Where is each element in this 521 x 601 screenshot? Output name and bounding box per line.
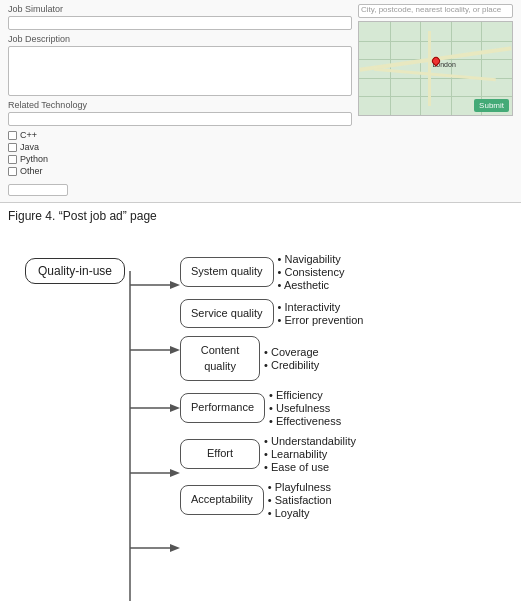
tech-row: Related Technology (8, 100, 352, 126)
child-row-acceptability: Acceptability Playfulness Satisfaction L… (180, 481, 363, 519)
form-input-simulator[interactable] (8, 16, 352, 30)
bullet-playfulness: Playfulness (268, 481, 332, 493)
checkbox-label-python: Python (20, 154, 48, 164)
checkbox-python[interactable] (8, 155, 17, 164)
form-label-desc: Job Description (8, 34, 352, 44)
child-node-effort: Effort (180, 439, 260, 468)
form-input-desc[interactable] (8, 46, 352, 96)
arrow-1 (170, 281, 180, 289)
root-node: Quality-in-use (25, 258, 125, 284)
arrow-3 (170, 404, 180, 412)
form-input-bottom[interactable] (8, 184, 68, 196)
bullet-loyalty: Loyalty (268, 507, 332, 519)
child-node-performance: Performance (180, 393, 265, 422)
bullet-efficiency: Efficiency (269, 389, 341, 401)
map-mock: London Submit (358, 21, 513, 116)
checkbox-java[interactable] (8, 143, 17, 152)
bullet-error-prevention: Error prevention (278, 314, 364, 326)
checkbox-row-other: Other (8, 166, 352, 176)
form-row-desc: Job Description (8, 34, 352, 96)
right-rows: System quality Navigability Consistency … (180, 253, 363, 519)
child-node-system-quality: System quality (180, 257, 274, 286)
bullet-ease-of-use: Ease of use (264, 461, 356, 473)
bullet-interactivity: Interactivity (278, 301, 364, 313)
bullet-effectiveness: Effectiveness (269, 415, 341, 427)
bullet-consistency: Consistency (278, 266, 345, 278)
map-submit-button[interactable]: Submit (474, 99, 509, 112)
checkbox-label-cpp: C++ (20, 130, 37, 140)
form-label-tech: Related Technology (8, 100, 352, 110)
bullet-navigability: Navigability (278, 253, 345, 265)
form-row-title: Job Simulator (8, 4, 352, 30)
child-row-performance: Performance Efficiency Usefulness Effect… (180, 389, 363, 427)
child-node-service-quality: Service quality (180, 299, 274, 328)
tech-select[interactable] (8, 112, 352, 126)
connector-svg (125, 253, 180, 601)
bullet-learnability: Learnability (264, 448, 356, 460)
screenshot-area: Job Simulator Job Description Related Te… (0, 0, 521, 203)
bullet-usefulness: Usefulness (269, 402, 341, 414)
bullet-satisfaction: Satisfaction (268, 494, 332, 506)
checkbox-cpp[interactable] (8, 131, 17, 140)
bullet-list-content-quality: Coverage Credibility (264, 346, 319, 371)
child-row-effort: Effort Understandability Learnability Ea… (180, 435, 363, 473)
bullet-list-system-quality: Navigability Consistency Aesthetic (278, 253, 345, 291)
bullet-list-acceptability: Playfulness Satisfaction Loyalty (268, 481, 332, 519)
arrow-2 (170, 346, 180, 354)
checkbox-other[interactable] (8, 167, 17, 176)
child-node-acceptability: Acceptability (180, 485, 264, 514)
checkboxes-area: C++ Java Python Other (8, 130, 352, 176)
figure-caption: Figure 4. “Post job ad” page (0, 203, 521, 233)
child-row-content-quality: Content quality Coverage Credibility (180, 336, 363, 381)
figure-caption-text: igure 4. “Post job ad” page (15, 209, 156, 223)
checkbox-label-java: Java (20, 142, 39, 152)
checkbox-row-cpp: C++ (8, 130, 352, 140)
checkbox-row-java: Java (8, 142, 352, 152)
bullet-understandability: Understandability (264, 435, 356, 447)
screenshot-left: Job Simulator Job Description Related Te… (8, 4, 352, 196)
whole-diagram: Quality-in-use (10, 243, 511, 601)
bullet-list-service-quality: Interactivity Error prevention (278, 301, 364, 326)
right-input-location[interactable]: City, postcode, nearest locality, or pla… (358, 4, 513, 18)
form-label-simulator: Job Simulator (8, 4, 352, 14)
bullet-coverage: Coverage (264, 346, 319, 358)
child-node-content-quality: Content quality (180, 336, 260, 381)
arrow-5 (170, 544, 180, 552)
diagram-area: Quality-in-use (0, 233, 521, 601)
child-row-system-quality: System quality Navigability Consistency … (180, 253, 363, 291)
checkbox-row-python: Python (8, 154, 352, 164)
checkbox-label-other: Other (20, 166, 43, 176)
bullet-list-performance: Efficiency Usefulness Effectiveness (269, 389, 341, 427)
bullet-list-effort: Understandability Learnability Ease of u… (264, 435, 356, 473)
bullet-aesthetic: Aesthetic (278, 279, 345, 291)
arrow-4 (170, 469, 180, 477)
screenshot-right: City, postcode, nearest locality, or pla… (358, 4, 513, 196)
bullet-credibility: Credibility (264, 359, 319, 371)
child-row-service-quality: Service quality Interactivity Error prev… (180, 299, 363, 328)
